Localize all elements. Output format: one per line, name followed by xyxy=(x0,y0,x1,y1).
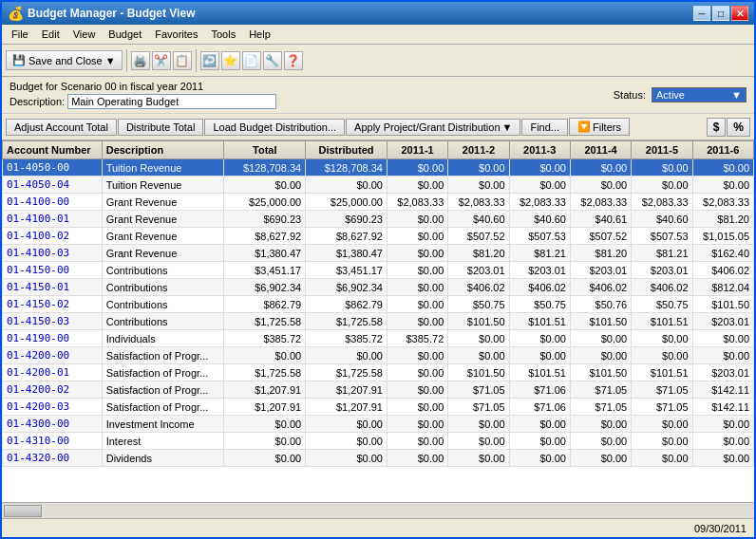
table-row[interactable]: 01-4200-02Satisfaction of Progr...$1,207… xyxy=(3,381,754,399)
status-bar: 09/30/2011 xyxy=(2,518,754,537)
budget-scenario-label: Budget for Scenario 00 in fiscal year 20… xyxy=(9,81,276,92)
menu-bar: File Edit View Budget Favorites Tools He… xyxy=(2,25,754,45)
header-2011-2: 2011-2 xyxy=(448,141,509,159)
header-total: Total xyxy=(224,141,306,159)
table-row[interactable]: 01-4320-00Dividends$0.00$0.00$0.00$0.00$… xyxy=(3,450,754,467)
status-dropdown[interactable]: Active ▼ xyxy=(652,87,747,102)
status-value: Active xyxy=(656,89,685,101)
title-controls: ─ □ ✕ xyxy=(693,6,748,21)
table-row[interactable]: 01-4200-03Satisfaction of Progr...$1,207… xyxy=(3,399,754,416)
maximize-button[interactable]: □ xyxy=(712,6,729,21)
table-row[interactable]: 01-4100-02Grant Revenue$8,627.92$8,627.9… xyxy=(3,228,754,245)
header-account: Account Number xyxy=(3,141,103,159)
table-row[interactable]: 01-4150-01Contributions$6,902.34$6,902.3… xyxy=(3,279,754,296)
minimize-button[interactable]: ─ xyxy=(693,6,710,21)
toolbar-separator-2 xyxy=(196,49,197,72)
table-row[interactable]: 01-4150-03Contributions$1,725.58$1,725.5… xyxy=(3,313,754,330)
header-2011-4: 2011-4 xyxy=(570,141,631,159)
save-close-button[interactable]: 💾 Save and Close ▼ xyxy=(6,50,123,70)
table-row[interactable]: 01-4150-00Contributions$3,451.17$3,451.1… xyxy=(3,262,754,279)
table-row[interactable]: 01-4200-00Satisfaction of Progr...$0.00$… xyxy=(3,347,754,364)
horizontal-scrollbar[interactable] xyxy=(2,502,754,518)
table-body: 01-4050-00Tuition Revenue$128,708.34$128… xyxy=(3,159,754,467)
main-window: 💰 Budget Manager - Budget View ─ □ ✕ Fil… xyxy=(0,0,756,539)
scroll-thumb[interactable] xyxy=(4,505,42,517)
header-2011-5: 2011-5 xyxy=(632,141,692,159)
status-date: 09/30/2011 xyxy=(694,523,747,534)
menu-tools[interactable]: Tools xyxy=(205,27,241,42)
cut-button[interactable]: ✂️ xyxy=(152,51,171,70)
menu-budget[interactable]: Budget xyxy=(103,27,147,42)
table-row[interactable]: 01-4050-04Tuition Revenue$0.00$0.00$0.00… xyxy=(3,177,754,194)
header-distributed: Distributed xyxy=(306,141,387,159)
new-button[interactable]: 📄 xyxy=(242,51,261,70)
close-button[interactable]: ✕ xyxy=(731,6,748,21)
filter-icon: 🔽 xyxy=(577,121,591,133)
distribute-total-button[interactable]: Distribute Total xyxy=(118,119,204,136)
print-button[interactable]: 🖨️ xyxy=(131,51,150,70)
load-budget-button[interactable]: Load Budget Distribution... xyxy=(204,119,345,136)
menu-favorites[interactable]: Favorites xyxy=(149,27,203,42)
title-bar: 💰 Budget Manager - Budget View ─ □ ✕ xyxy=(2,2,754,25)
window-title: Budget Manager - Budget View xyxy=(28,7,195,20)
table-row[interactable]: 01-4310-00Interest$0.00$0.00$0.00$0.00$0… xyxy=(3,433,754,450)
budget-info: Budget for Scenario 00 in fiscal year 20… xyxy=(9,81,276,109)
apply-dropdown-icon: ▼ xyxy=(502,121,513,133)
save-close-label: Save and Close xyxy=(28,55,103,66)
menu-help[interactable]: Help xyxy=(243,27,276,42)
status-area: Status: Active ▼ xyxy=(614,87,747,102)
header-description: Description xyxy=(102,141,224,159)
apply-project-button[interactable]: Apply Project/Grant Distribution ▼ xyxy=(346,119,520,136)
apply-project-label: Apply Project/Grant Distribution xyxy=(354,121,500,133)
table-row[interactable]: 01-4100-03Grant Revenue$1,380.47$1,380.4… xyxy=(3,245,754,262)
table-row[interactable]: 01-4300-00Investment Income$0.00$0.00$0.… xyxy=(3,416,754,433)
adjust-account-button[interactable]: Adjust Account Total xyxy=(6,119,117,136)
description-input[interactable] xyxy=(67,94,276,109)
filter-button[interactable]: 🔧 xyxy=(263,51,282,70)
table-row[interactable]: 01-4100-01Grant Revenue$690.23$690.23$0.… xyxy=(3,211,754,228)
menu-file[interactable]: File xyxy=(6,27,34,42)
info-bar: Budget for Scenario 00 in fiscal year 20… xyxy=(2,77,754,114)
table-header-row: Account Number Description Total Distrib… xyxy=(3,141,754,159)
paste-button[interactable]: 📋 xyxy=(173,51,192,70)
toolbar-separator-1 xyxy=(126,49,127,72)
menu-view[interactable]: View xyxy=(67,27,102,42)
budget-table: Account Number Description Total Distrib… xyxy=(2,140,754,467)
action-bar: Adjust Account Total Distribute Total Lo… xyxy=(2,114,754,140)
menu-edit[interactable]: Edit xyxy=(36,27,66,42)
percent-button[interactable]: % xyxy=(727,118,750,137)
filters-label: Filters xyxy=(593,121,621,133)
undo-button[interactable]: ↩️ xyxy=(200,51,219,70)
filters-button[interactable]: 🔽 Filters xyxy=(569,118,630,136)
favorites-button[interactable]: ⭐ xyxy=(221,51,240,70)
header-2011-6: 2011-6 xyxy=(692,141,753,159)
save-icon: 💾 xyxy=(12,54,26,66)
dollar-button[interactable]: $ xyxy=(707,118,727,137)
header-2011-1: 2011-1 xyxy=(387,141,447,159)
app-icon: 💰 xyxy=(8,6,24,21)
header-2011-3: 2011-3 xyxy=(509,141,570,159)
toolbar: 💾 Save and Close ▼ 🖨️ ✂️ 📋 ↩️ ⭐ 📄 🔧 ❓ xyxy=(2,45,754,77)
help-button[interactable]: ❓ xyxy=(284,51,303,70)
title-left: 💰 Budget Manager - Budget View xyxy=(8,6,195,21)
table-row[interactable]: 01-4190-00Individuals$385.72$385.72$385.… xyxy=(3,330,754,347)
description-label: Description: xyxy=(9,96,65,107)
table-row[interactable]: 01-4150-02Contributions$862.79$862.79$0.… xyxy=(3,296,754,313)
table-row[interactable]: 01-4050-00Tuition Revenue$128,708.34$128… xyxy=(3,159,754,177)
dropdown-arrow-icon: ▼ xyxy=(105,55,116,66)
status-label: Status: xyxy=(614,89,646,101)
status-dropdown-arrow: ▼ xyxy=(731,89,742,101)
budget-table-container[interactable]: Account Number Description Total Distrib… xyxy=(2,140,754,502)
find-button[interactable]: Find... xyxy=(521,119,568,136)
table-row[interactable]: 01-4200-01Satisfaction of Progr...$1,725… xyxy=(3,364,754,381)
description-row: Description: xyxy=(9,94,276,109)
table-row[interactable]: 01-4100-00Grant Revenue$25,000.00$25,000… xyxy=(3,194,754,211)
